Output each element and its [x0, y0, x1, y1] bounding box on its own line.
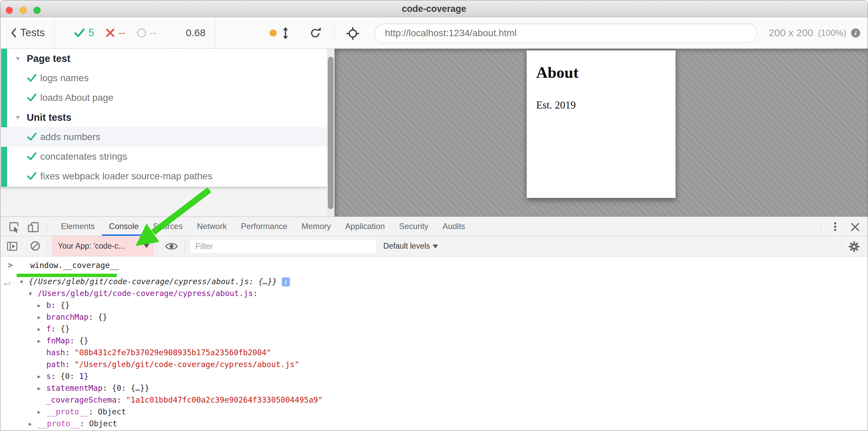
console-text: }: [84, 372, 89, 381]
console-text: : {0: {…}}: [102, 384, 149, 392]
command-log: ▾Page testlogs namesloads About page▾Uni…: [0, 49, 327, 187]
eye-icon[interactable]: [165, 241, 178, 251]
tab-network[interactable]: Network: [190, 217, 234, 236]
device-toolbar-icon[interactable]: [27, 221, 40, 233]
console-row: ▶statementMap: {0: {…}}: [0, 382, 868, 394]
tab-audits[interactable]: Audits: [435, 217, 472, 236]
test-row[interactable]: loads About page: [0, 88, 327, 108]
up-down-arrow-icon[interactable]: [282, 27, 289, 39]
scrollbar-thumb[interactable]: [328, 57, 334, 209]
toolbar-section-timer: 0.68: [176, 17, 215, 48]
suite-title: Unit tests: [27, 112, 71, 123]
info-badge-icon[interactable]: i: [282, 277, 290, 287]
separator: [821, 221, 821, 232]
separator: [157, 241, 157, 252]
clear-console-icon[interactable]: [29, 240, 41, 252]
disclosure-triangle-icon[interactable]: ▶: [38, 300, 46, 312]
separator: [47, 221, 47, 232]
chevron-down-icon[interactable]: ▾: [16, 113, 20, 122]
disclosure-triangle-icon[interactable]: ▶: [38, 335, 46, 347]
disclosure-triangle-icon[interactable]: ▶: [29, 418, 38, 430]
console-text: branchMap: [46, 313, 89, 321]
console-text: "1a1c01bbd47fc00a2c39e90264f33305004495a…: [126, 395, 323, 404]
back-to-tests-button[interactable]: Tests: [10, 27, 45, 39]
disclosure-triangle-icon[interactable]: ▼: [20, 276, 29, 288]
tab-console[interactable]: Console: [102, 217, 146, 236]
aut-url[interactable]: http://localhost:1234/about.html: [374, 23, 757, 43]
console-text: b: [46, 301, 51, 310]
console-text: f: [46, 324, 51, 333]
console-context-selector[interactable]: Your App: 'code-c...: [52, 236, 154, 256]
console-text: __proto__: [46, 407, 89, 416]
disclosure-triangle-icon[interactable]: ▶: [38, 383, 46, 394]
devtools-panel: ElementsConsoleSourcesNetworkPerformance…: [0, 217, 868, 431]
console-toolbar: Your App: 'code-c... Default levels: [0, 236, 868, 256]
app-window: code-coverage Tests 5: [0, 0, 868, 431]
tab-elements[interactable]: Elements: [54, 217, 102, 236]
stat-failed-count: --: [118, 27, 125, 39]
aut-page: About Est. 2019: [527, 50, 676, 198]
console-output: > window.__coverage__ ▼{/Users/gleb/git/…: [0, 257, 868, 431]
tab-security[interactable]: Security: [392, 217, 436, 236]
console-prompt-row[interactable]: > window.__coverage__: [0, 259, 868, 272]
disclosure-triangle-icon[interactable]: ▼: [29, 288, 38, 300]
devtools-tabs: ElementsConsoleSourcesNetworkPerformance…: [54, 217, 472, 236]
run-duration: 0.68: [186, 27, 205, 39]
info-icon[interactable]: i: [851, 28, 860, 38]
log-levels-dropdown[interactable]: Default levels: [383, 236, 438, 256]
test-row[interactable]: logs names: [0, 68, 327, 88]
stat-passed-count: 5: [88, 27, 94, 39]
toolbar-section-controls: [215, 17, 335, 48]
viewport-size: 200 x 200: [769, 27, 813, 39]
scroll-dot-icon[interactable]: [270, 29, 277, 37]
check-icon: [27, 171, 37, 181]
toolbar-section-tests: Tests: [0, 17, 54, 48]
runner-panel: ▾Page testlogs namesloads About page▾Uni…: [0, 49, 327, 217]
console-sidebar-icon[interactable]: [6, 241, 18, 252]
suite-header[interactable]: ▾Unit tests: [0, 108, 327, 127]
test-row[interactable]: concatenates strings: [0, 147, 327, 166]
console-text: /Users/gleb/git/code-coverage/cypress/ab…: [38, 289, 253, 298]
filter-input[interactable]: [190, 239, 376, 253]
console-row: ▶b: {}: [0, 299, 868, 311]
tab-sources[interactable]: Sources: [146, 217, 190, 236]
console-row: _coverageSchema: "1a1c01bbd47fc00a2c39e9…: [0, 394, 868, 406]
test-row[interactable]: fixes webpack loader source-map pathes: [0, 166, 327, 186]
disclosure-triangle-icon[interactable]: ▶: [38, 406, 46, 418]
gear-icon[interactable]: [848, 241, 860, 253]
console-context-label: Your App: 'code-c...: [58, 236, 125, 256]
console-text: :: [65, 348, 74, 357]
test-row[interactable]: adds numbers: [0, 127, 327, 147]
log-levels-label: Default levels: [383, 242, 430, 250]
tab-memory[interactable]: Memory: [295, 217, 338, 236]
console-row: ▼{/Users/gleb/git/code-coverage/cypress/…: [0, 276, 868, 288]
console-text: :: [117, 395, 126, 404]
kebab-icon[interactable]: [830, 221, 840, 232]
chevron-down-icon[interactable]: ▾: [16, 54, 20, 63]
disclosure-triangle-icon[interactable]: ▶: [38, 371, 46, 383]
cypress-toolbar: Tests 5 -- -- 0.68: [0, 17, 868, 49]
console-row: ▼/Users/gleb/git/code-coverage/cypress/a…: [0, 288, 868, 299]
return-arrow-icon: [3, 281, 11, 287]
tab-application[interactable]: Application: [338, 217, 392, 236]
panel-splitter[interactable]: [327, 49, 335, 217]
refresh-icon[interactable]: [309, 27, 322, 40]
suite-header[interactable]: ▾Page test: [0, 49, 327, 68]
tab-performance[interactable]: Performance: [234, 217, 294, 236]
check-icon: [74, 28, 85, 38]
console-rows: ▼{/Users/gleb/git/code-coverage/cypress/…: [0, 276, 868, 430]
console-row: ▶s: {0: 1}: [0, 370, 868, 382]
stat-passed: 5: [74, 27, 94, 39]
console-input-text: window.__coverage__: [30, 259, 119, 272]
inspect-icon[interactable]: [8, 221, 20, 233]
aut-subheading: Est. 2019: [536, 99, 666, 111]
console-text: : Object: [80, 419, 117, 428]
console-text: s: [46, 372, 51, 381]
back-to-tests-label: Tests: [20, 27, 45, 39]
aut-frame: About Est. 2019: [335, 49, 868, 217]
console-row: path: "/Users/gleb/git/code-coverage/cyp…: [0, 359, 868, 370]
disclosure-triangle-icon[interactable]: ▶: [38, 323, 46, 335]
selector-crosshair-icon[interactable]: [346, 27, 360, 40]
disclosure-triangle-icon[interactable]: ▶: [38, 312, 46, 323]
close-devtools-icon[interactable]: [850, 222, 860, 232]
